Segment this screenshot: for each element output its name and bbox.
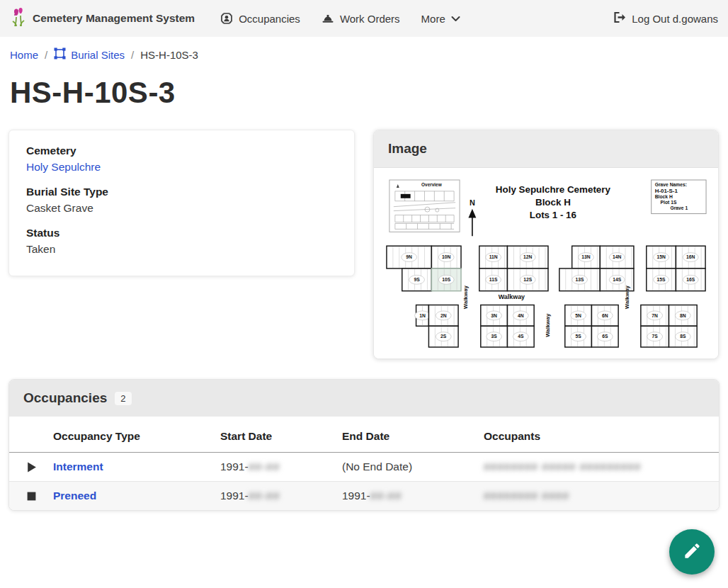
breadcrumb-burial-sites-link[interactable]: Burial Sites (54, 47, 125, 62)
table-header-row: Occupancy Type Start Date End Date Occup… (9, 417, 719, 453)
field-label: Cemetery (26, 145, 337, 157)
svg-text:7S: 7S (652, 334, 659, 339)
svg-text:4N: 4N (518, 313, 524, 318)
burial-site-icon (54, 47, 66, 62)
plot-cell-8S: 8S (669, 326, 698, 347)
app-title: Cemetery Management System (33, 12, 195, 25)
svg-text:9S: 9S (414, 277, 420, 282)
plot-cell-6N: 6N (591, 305, 618, 326)
image-card-header: Image (374, 130, 718, 168)
svg-text:13S: 13S (576, 277, 584, 282)
nav-item-work-orders[interactable]: Work Orders (322, 13, 400, 25)
svg-text:16N: 16N (686, 254, 695, 259)
plot-cell-3N: 3N (481, 305, 508, 326)
svg-text:1N: 1N (419, 313, 426, 318)
svg-text:H-01-S-1: H-01-S-1 (655, 188, 678, 194)
occupants-cell: ######## ##### ######### (484, 460, 719, 473)
field-burial-site-type: Burial Site Type Casket Grave (26, 186, 337, 215)
plot-cell-6S: 6S (591, 326, 618, 347)
plot-cell-7S: 7S (641, 326, 669, 347)
plot-cell-9S: 9S (402, 268, 432, 291)
svg-text:11S: 11S (489, 277, 498, 282)
overview-thumbnail: Overview (389, 180, 460, 232)
plot-cell-8N: 8N (669, 305, 698, 326)
field-status: Status Taken (26, 227, 337, 256)
svg-text:16S: 16S (686, 277, 695, 282)
svg-text:Block H: Block H (655, 194, 673, 199)
plot-cell-1N: 1N (415, 305, 431, 326)
breadcrumb-separator: / (45, 49, 47, 61)
plot-cell-2N: 2N (428, 305, 458, 326)
redacted-text: ##-## (370, 490, 402, 502)
plot-cell-11N: 11N (479, 246, 508, 268)
end-date-cell: (No End Date) (342, 460, 484, 473)
nav-item-occupancies[interactable]: Occupancies (220, 12, 300, 25)
image-card: Image Overview (373, 130, 719, 359)
nav-item-more[interactable]: More (421, 13, 460, 25)
svg-text:Grave Names:: Grave Names: (655, 182, 687, 187)
plot-cell-5S: 5S (565, 326, 592, 347)
plot-cell-5N: 5N (565, 305, 592, 326)
plot-cell-14N: 14N (600, 246, 634, 268)
svg-text:15S: 15S (657, 277, 666, 282)
app-brand[interactable]: Cemetery Management System (10, 7, 195, 30)
occupancies-table: Occupancy Type Start Date End Date Occup… (9, 417, 719, 510)
cemetery-link[interactable]: Holy Sepulchre (26, 161, 101, 173)
svg-text:13N: 13N (581, 254, 590, 259)
chevron-down-icon (451, 16, 460, 22)
occupancies-panel: Occupancies 2 Occupancy Type Start Date … (8, 379, 720, 511)
square-stop-icon (9, 491, 53, 502)
svg-text:15N: 15N (656, 254, 665, 259)
logout-button[interactable]: Log Out d.gowans (613, 11, 718, 26)
edit-fab-button[interactable] (669, 529, 715, 575)
redacted-text: ##-## (249, 460, 280, 473)
svg-text:N: N (470, 198, 475, 207)
hard-hat-icon (322, 13, 334, 24)
plot-cell-7N: 7N (641, 305, 669, 326)
svg-text:14N: 14N (613, 254, 621, 259)
svg-text:8N: 8N (680, 313, 686, 318)
svg-text:6S: 6S (602, 334, 608, 339)
redacted-text: ######## ##### ######### (484, 460, 641, 473)
plot-cell-16S: 16S (676, 268, 705, 291)
svg-text:7N: 7N (652, 313, 658, 318)
plot-cell-11S: 11S (479, 268, 508, 291)
top-navbar: Cemetery Management System Occupancies (0, 0, 728, 37)
breadcrumb-home-link[interactable]: Home (10, 49, 38, 61)
walkway-label: Walkway (624, 285, 630, 309)
column-header-type: Occupancy Type (53, 430, 220, 443)
svg-text:Lots 1 - 16: Lots 1 - 16 (530, 210, 576, 220)
plot-cell-3S: 3S (481, 326, 508, 347)
svg-text:3N: 3N (491, 313, 497, 318)
plot-map-image: Overview N (374, 168, 718, 358)
nav-item-label: Work Orders (340, 13, 400, 25)
svg-text:4S: 4S (518, 334, 524, 339)
svg-text:6N: 6N (602, 313, 608, 318)
breadcrumb-label: Burial Sites (71, 49, 125, 61)
play-icon (9, 461, 53, 473)
svg-text:Overview: Overview (421, 182, 443, 187)
occupancies-header: Occupancies 2 (9, 380, 719, 417)
plot-cell-9N: 9N (387, 246, 431, 268)
table-row-interment: Interment 1991-##-## (No End Date) #####… (9, 453, 719, 482)
north-arrow: N (468, 198, 476, 237)
start-date-cell: 1991-##-## (220, 490, 342, 502)
plot-cell-15N: 15N (647, 246, 676, 268)
occupancy-type-link[interactable]: Preneed (53, 490, 96, 502)
page-title: HS-H-10S-3 (0, 66, 728, 111)
occupancies-title: Occupancies (23, 390, 107, 406)
redacted-text: ##-## (249, 490, 280, 502)
column-header-occupants: Occupants (484, 430, 719, 443)
breadcrumb: Home / Burial Sites / HS-H-10S-3 (0, 37, 728, 66)
walkway-label: Walkway (545, 313, 551, 337)
svg-text:8S: 8S (680, 334, 686, 339)
svg-text:10S: 10S (442, 277, 450, 282)
svg-text:11N: 11N (489, 254, 498, 259)
svg-text:2N: 2N (440, 313, 447, 318)
svg-text:12S: 12S (523, 277, 532, 282)
svg-text:Holy Sepulchre Cemetery: Holy Sepulchre Cemetery (496, 184, 611, 195)
occupancies-icon (220, 12, 233, 25)
burial-site-details-card: Cemetery Holy Sepulchre Burial Site Type… (8, 130, 355, 276)
occupancy-type-link[interactable]: Interment (53, 460, 103, 473)
content-row: Cemetery Holy Sepulchre Burial Site Type… (0, 111, 728, 359)
